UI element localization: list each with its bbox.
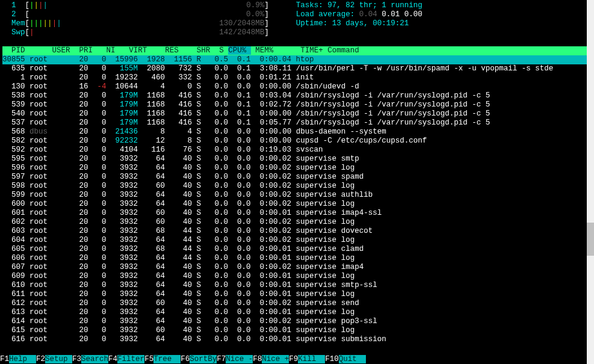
loadavg-label: Load average:: [296, 10, 355, 19]
process-row[interactable]: 616 root 20 0 3932 64 40 S 0.0 0.0 0:00.…: [2, 335, 587, 344]
process-row[interactable]: 635 root 20 0 155M 2080 732 S 0.0 0.1 3:…: [2, 64, 587, 73]
fnlabel-setup[interactable]: Setup: [45, 355, 72, 363]
process-row[interactable]: 592 root 20 0 4104 116 76 S 0.0 0.0 0:19…: [2, 146, 587, 155]
fnkey-f9: F9: [289, 355, 298, 363]
process-row[interactable]: 539 root 20 0 179M 1168 416 S 0.0 0.1 0:…: [2, 100, 587, 110]
process-row[interactable]: 603 root 20 0 3932 68 44 S 0.0 0.0 0:00.…: [2, 227, 587, 236]
process-table-header[interactable]: PID USER PRI NI VIRT RES SHR S CPU% MEM%…: [2, 46, 587, 55]
uptime-label: Uptime: 13 days, 00:19:21: [296, 19, 409, 28]
fnlabel-nice-[interactable]: Nice -: [226, 355, 253, 363]
process-row[interactable]: 596 root 20 0 3932 64 40 S 0.0 0.0 0:00.…: [2, 164, 587, 173]
process-row[interactable]: 602 root 20 0 3932 60 40 S 0.0 0.0 0:00.…: [2, 218, 587, 227]
process-row[interactable]: 538 root 20 0 179M 1168 416 S 0.0 0.1 0:…: [2, 91, 587, 100]
process-row[interactable]: 598 root 20 0 3932 60 40 S 0.0 0.0 0:00.…: [2, 182, 587, 191]
fnlabel-quit[interactable]: Quit: [339, 355, 366, 363]
fnkey-f7: F7: [217, 355, 226, 363]
meters-block: 1 [|||| 0.9%] Tasks: 97, 82 thr; 1 runni…: [2, 1, 587, 37]
process-row[interactable]: 537 root 20 0 179M 1168 416 S 0.0 0.1 0:…: [2, 119, 587, 128]
col-pid[interactable]: PID: [2, 46, 25, 55]
col-cpu[interactable]: CPU%: [228, 46, 251, 55]
fnkey-f3: F3: [72, 355, 81, 363]
tasks-summary: Tasks: 97, 82 thr; 1 running: [296, 1, 422, 10]
process-row[interactable]: 601 root 20 0 3932 60 40 S 0.0 0.0 0:00.…: [2, 209, 587, 218]
process-row[interactable]: 568 dbus 20 0 21436 8 4 S 0.0 0.0 0:00.0…: [2, 128, 587, 137]
col-shr[interactable]: SHR: [183, 46, 210, 55]
process-row[interactable]: 609 root 20 0 3932 64 40 S 0.0 0.0 0:00.…: [2, 272, 587, 281]
process-row[interactable]: 605 root 20 0 3932 68 44 S 0.0 0.0 0:00.…: [2, 245, 587, 254]
process-row[interactable]: 582 root 20 0 92232 12 8 S 0.0 0.0 0:00.…: [2, 137, 587, 146]
col-mem[interactable]: MEM%: [255, 46, 278, 55]
fnkey-f10: F10: [325, 355, 339, 363]
col-user[interactable]: USER: [29, 46, 70, 55]
process-row[interactable]: 611 root 20 0 3932 64 40 S 0.0 0.0 0:00.…: [2, 290, 587, 299]
process-table[interactable]: 30855 root 20 0 15996 1928 1156 R 0.5 0.…: [2, 55, 587, 344]
process-row[interactable]: 606 root 20 0 3932 64 44 S 0.0 0.0 0:00.…: [2, 254, 587, 263]
process-row[interactable]: 600 root 20 0 3932 64 40 S 0.0 0.0 0:00.…: [2, 200, 587, 209]
function-key-bar[interactable]: F1Help F2Setup F3SearchF4FilterF5Tree F6…: [0, 355, 366, 364]
process-row[interactable]: 599 root 20 0 3932 64 40 S 0.0 0.0 0:00.…: [2, 191, 587, 200]
fnlabel-filter[interactable]: Filter: [117, 355, 144, 363]
fnkey-f2: F2: [36, 355, 45, 363]
col-s[interactable]: S: [215, 46, 224, 55]
col-command[interactable]: Command: [327, 46, 594, 55]
fnkey-f5: F5: [144, 355, 153, 363]
process-row[interactable]: 30855 root 20 0 15996 1928 1156 R 0.5 0.…: [2, 55, 587, 64]
col-virt[interactable]: VIRT: [120, 46, 147, 55]
htop-terminal[interactable]: 1 [|||| 0.9%] Tasks: 97, 82 thr; 1 runni…: [0, 0, 587, 364]
process-row[interactable]: 540 root 20 0 179M 1168 416 S 0.0 0.1 0:…: [2, 110, 587, 119]
process-row[interactable]: 615 root 20 0 3932 60 40 S 0.0 0.0 0:00.…: [2, 326, 587, 335]
process-row[interactable]: 604 root 20 0 3932 64 44 S 0.0 0.0 0:00.…: [2, 236, 587, 245]
process-row[interactable]: 610 root 20 0 3932 64 40 S 0.0 0.0 0:00.…: [2, 281, 587, 290]
process-row[interactable]: 607 root 20 0 3932 64 40 S 0.0 0.0 0:00.…: [2, 263, 587, 272]
process-row[interactable]: 613 root 20 0 3932 64 40 S 0.0 0.0 0:00.…: [2, 308, 587, 317]
process-row[interactable]: 595 root 20 0 3932 64 40 S 0.0 0.0 0:00.…: [2, 155, 587, 164]
process-row[interactable]: 1 root 20 0 19232 460 332 S 0.0 0.0 0:01…: [2, 73, 587, 82]
fnlabel-help[interactable]: Help: [9, 355, 36, 363]
process-row[interactable]: 614 root 20 0 3932 64 40 S 0.0 0.0 0:00.…: [2, 317, 587, 326]
process-row[interactable]: 130 root 16 -4 10644 4 0 S 0.0 0.0 0:00.…: [2, 82, 587, 91]
col-ni[interactable]: NI: [97, 46, 116, 55]
fnlabel-search[interactable]: Search: [81, 355, 108, 363]
scrollbar-thumb[interactable]: [587, 223, 594, 256]
col-time[interactable]: TIME+: [282, 46, 323, 55]
fnkey-f4: F4: [108, 355, 117, 363]
scrollbar-track[interactable]: [587, 0, 594, 364]
fnkey-f6: F6: [181, 355, 190, 363]
process-row[interactable]: 612 root 20 0 3932 60 40 S 0.0 0.0 0:00.…: [2, 299, 587, 308]
fnkey-f1: F1: [0, 355, 9, 363]
fnkey-f8: F8: [253, 355, 262, 363]
fnlabel-kill[interactable]: Kill: [298, 355, 325, 363]
fnlabel-tree[interactable]: Tree: [153, 355, 181, 363]
fnlabel-nice-[interactable]: Nice +: [262, 355, 289, 363]
col-res[interactable]: RES: [152, 46, 179, 55]
process-row[interactable]: 597 root 20 0 3932 64 40 S 0.0 0.0 0:00.…: [2, 173, 587, 182]
fnlabel-sortby[interactable]: SortBy: [190, 355, 217, 363]
col-pri[interactable]: PRI: [75, 46, 93, 55]
